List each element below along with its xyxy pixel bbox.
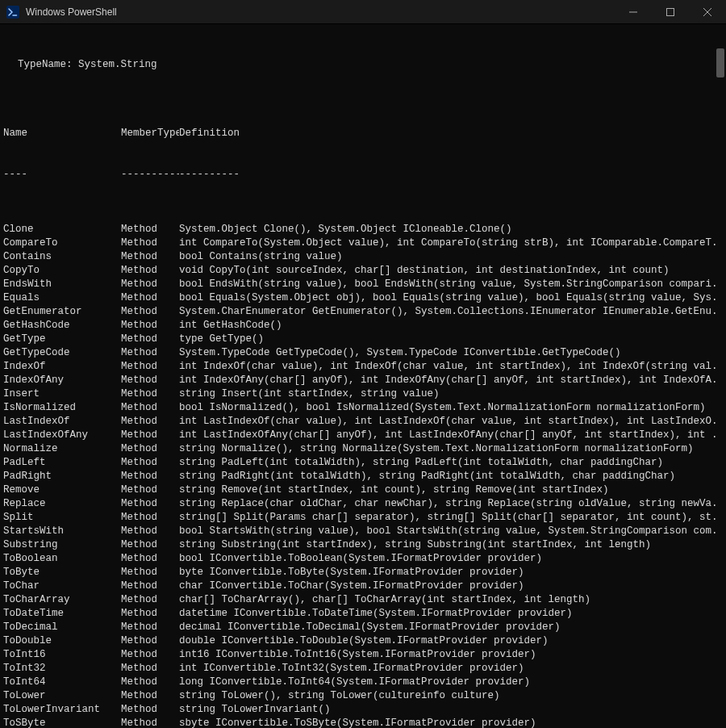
member-type: Method bbox=[121, 223, 179, 236]
member-name: Contains bbox=[3, 250, 121, 264]
member-type: Method bbox=[121, 401, 179, 415]
member-name: ToInt64 bbox=[3, 676, 121, 689]
member-definition: string Replace(char oldChar, char newCha… bbox=[179, 497, 718, 511]
member-row: NormalizeMethodstring Normalize(), strin… bbox=[3, 442, 718, 456]
member-row: CopyToMethodvoid CopyTo(int sourceIndex,… bbox=[3, 264, 718, 278]
member-row: LastIndexOfAnyMethodint LastIndexOfAny(c… bbox=[3, 429, 718, 442]
member-row: GetHashCodeMethodint GetHashCode() bbox=[3, 319, 718, 333]
member-row: CompareToMethodint CompareTo(System.Obje… bbox=[3, 236, 718, 250]
member-definition: byte IConvertible.ToByte(System.IFormatP… bbox=[179, 566, 718, 579]
member-type: Method bbox=[121, 442, 179, 456]
member-type: Method bbox=[121, 319, 179, 333]
member-definition: int GetHashCode() bbox=[179, 319, 718, 333]
member-type: Method bbox=[121, 621, 179, 634]
member-name: ToCharArray bbox=[3, 593, 121, 607]
member-definition: string[] Split(Params char[] separator),… bbox=[179, 511, 718, 525]
member-row: EqualsMethodbool Equals(System.Object ob… bbox=[3, 291, 718, 305]
member-definition: int CompareTo(System.Object value), int … bbox=[179, 236, 718, 250]
member-name: PadRight bbox=[3, 470, 121, 483]
maximize-button[interactable] bbox=[652, 0, 689, 24]
member-name: ToChar bbox=[3, 579, 121, 593]
member-row: ToSByteMethodsbyte IConvertible.ToSByte(… bbox=[3, 717, 718, 728]
member-name: ToInt32 bbox=[3, 662, 121, 676]
member-row: ToCharMethodchar IConvertible.ToChar(Sys… bbox=[3, 579, 718, 593]
member-row: GetTypeMethodtype GetType() bbox=[3, 333, 718, 346]
header-definition: Definition bbox=[179, 127, 718, 140]
member-name: Clone bbox=[3, 223, 121, 236]
member-definition: System.CharEnumerator GetEnumerator(), S… bbox=[179, 305, 718, 319]
member-type: Method bbox=[121, 429, 179, 442]
member-type: Method bbox=[121, 250, 179, 264]
member-definition: bool IConvertible.ToBoolean(System.IForm… bbox=[179, 552, 718, 566]
titlebar[interactable]: Windows PowerShell bbox=[0, 0, 726, 24]
member-definition: double IConvertible.ToDouble(System.IFor… bbox=[179, 634, 718, 648]
member-name: Substring bbox=[3, 538, 121, 552]
member-row: PadLeftMethodstring PadLeft(int totalWid… bbox=[3, 456, 718, 470]
member-name: LastIndexOfAny bbox=[3, 429, 121, 442]
member-definition: bool IsNormalized(), bool IsNormalized(S… bbox=[179, 401, 718, 415]
member-type: Method bbox=[121, 648, 179, 662]
member-definition: bool Equals(System.Object obj), bool Equ… bbox=[179, 291, 718, 305]
member-name: GetHashCode bbox=[3, 319, 121, 333]
member-definition: string Insert(int startIndex, string val… bbox=[179, 387, 718, 401]
close-button[interactable] bbox=[689, 0, 726, 24]
member-type: Method bbox=[121, 456, 179, 470]
scrollbar[interactable] bbox=[715, 24, 726, 728]
member-name: ToLower bbox=[3, 689, 121, 703]
member-type: Method bbox=[121, 333, 179, 346]
member-definition: bool Contains(string value) bbox=[179, 250, 718, 264]
member-definition: string ToLower(), string ToLower(culture… bbox=[179, 689, 718, 703]
member-definition: System.Object Clone(), System.Object ICl… bbox=[179, 223, 718, 236]
member-name: PadLeft bbox=[3, 456, 121, 470]
window-title: Windows PowerShell bbox=[26, 6, 615, 18]
member-definition: type GetType() bbox=[179, 333, 718, 346]
member-type: Method bbox=[121, 497, 179, 511]
member-name: ToDateTime bbox=[3, 607, 121, 621]
member-row: ToLowerMethodstring ToLower(), string To… bbox=[3, 689, 718, 703]
member-row: ToInt16Methodint16 IConvertible.ToInt16(… bbox=[3, 648, 718, 662]
member-row: ToCharArrayMethodchar[] ToCharArray(), c… bbox=[3, 593, 718, 607]
member-definition: System.TypeCode GetTypeCode(), System.Ty… bbox=[179, 346, 718, 360]
member-name: LastIndexOf bbox=[3, 415, 121, 429]
member-row: ToInt32Methodint IConvertible.ToInt32(Sy… bbox=[3, 662, 718, 676]
member-definition: int LastIndexOfAny(char[] anyOf), int La… bbox=[179, 429, 718, 442]
member-definition: char IConvertible.ToChar(System.IFormatP… bbox=[179, 579, 718, 593]
member-name: IsNormalized bbox=[3, 401, 121, 415]
member-definition: int LastIndexOf(char value), int LastInd… bbox=[179, 415, 718, 429]
member-name: ToInt16 bbox=[3, 648, 121, 662]
member-definition: string Substring(int startIndex), string… bbox=[179, 538, 718, 552]
member-type: Method bbox=[121, 538, 179, 552]
member-name: Equals bbox=[3, 291, 121, 305]
member-type: Method bbox=[121, 415, 179, 429]
member-type: Method bbox=[121, 291, 179, 305]
member-type: Method bbox=[121, 236, 179, 250]
terminal-content[interactable]: TypeName: System.String Name MemberType … bbox=[0, 24, 726, 728]
dashes-name: ---- bbox=[3, 168, 121, 182]
member-type: Method bbox=[121, 662, 179, 676]
member-rows: CloneMethodSystem.Object Clone(), System… bbox=[3, 223, 718, 728]
member-type: Method bbox=[121, 579, 179, 593]
scroll-thumb[interactable] bbox=[716, 48, 724, 77]
member-name: ToSByte bbox=[3, 717, 121, 728]
member-definition: int IConvertible.ToInt32(System.IFormatP… bbox=[179, 662, 718, 676]
svg-rect-3 bbox=[667, 8, 674, 15]
member-type: Method bbox=[121, 470, 179, 483]
member-name: ToLowerInvariant bbox=[3, 703, 121, 717]
member-type: Method bbox=[121, 634, 179, 648]
header-membertype: MemberType bbox=[121, 127, 179, 140]
member-type: Method bbox=[121, 689, 179, 703]
member-row: SubstringMethodstring Substring(int star… bbox=[3, 538, 718, 552]
member-row: GetTypeCodeMethodSystem.TypeCode GetType… bbox=[3, 346, 718, 360]
member-name: Insert bbox=[3, 387, 121, 401]
member-name: Split bbox=[3, 511, 121, 525]
member-row: PadRightMethodstring PadRight(int totalW… bbox=[3, 470, 718, 483]
member-type: Method bbox=[121, 703, 179, 717]
minimize-button[interactable] bbox=[615, 0, 652, 24]
member-definition: decimal IConvertible.ToDecimal(System.IF… bbox=[179, 621, 718, 634]
member-name: Normalize bbox=[3, 442, 121, 456]
member-definition: int16 IConvertible.ToInt16(System.IForma… bbox=[179, 648, 718, 662]
member-row: ToBooleanMethodbool IConvertible.ToBoole… bbox=[3, 552, 718, 566]
member-type: Method bbox=[121, 387, 179, 401]
member-type: Method bbox=[121, 607, 179, 621]
member-name: StartsWith bbox=[3, 525, 121, 538]
